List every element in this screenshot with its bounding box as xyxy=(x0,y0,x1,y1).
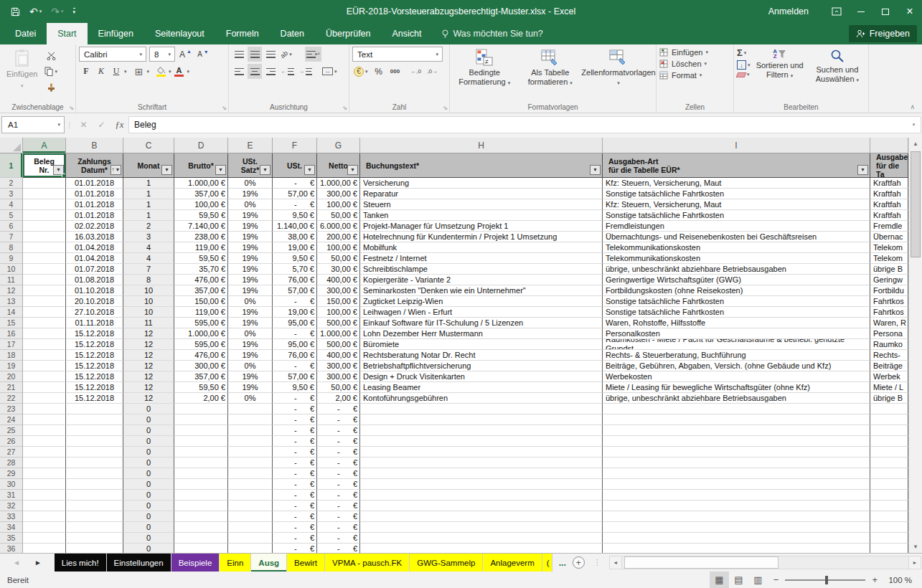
cell-I14[interactable]: Sonstige tatsächliche Fahrtkosten xyxy=(603,307,870,318)
sort-filter-dropdown-icon[interactable]: ▾ xyxy=(791,73,794,78)
cell-G26[interactable]: - € xyxy=(317,436,360,447)
cell-F10[interactable]: 5,70 € xyxy=(273,264,317,275)
cell-I12[interactable]: Fortbildungskosten (ohne Reisekosten) xyxy=(603,285,870,296)
cell-C30[interactable]: 0 xyxy=(123,479,174,490)
cell-D7[interactable]: 238,00 € xyxy=(174,232,228,242)
row-number-8[interactable]: 8 xyxy=(0,242,23,253)
cell-G12[interactable]: 300,00 € xyxy=(317,285,360,296)
format-painter-button[interactable] xyxy=(43,80,59,95)
cell-F34[interactable]: - € xyxy=(273,522,317,533)
cell-H26[interactable] xyxy=(360,436,603,447)
bottom-align-button[interactable] xyxy=(263,47,278,62)
cell-G35[interactable]: - € xyxy=(317,533,360,544)
cell-H24[interactable] xyxy=(360,414,603,425)
cell-G31[interactable]: - € xyxy=(317,490,360,501)
cell-I2[interactable]: Kfz: Steuern, Versicherung, Maut xyxy=(603,178,870,189)
header-cell-F1[interactable]: USt.▼ xyxy=(273,153,317,178)
cell-D32[interactable] xyxy=(174,501,228,511)
cell-F19[interactable]: - € xyxy=(273,361,317,371)
cell-B22[interactable]: 15.12.2018 xyxy=(66,393,123,404)
cell-F30[interactable]: - € xyxy=(273,479,317,490)
align-left-button[interactable] xyxy=(232,64,246,79)
header-cell-C1[interactable]: Monat▼ xyxy=(123,153,174,178)
autosum-button[interactable]: Σ▾ xyxy=(737,47,751,58)
zoom-out-icon[interactable]: − xyxy=(773,574,779,585)
cell-A24[interactable] xyxy=(23,414,66,425)
cell-E4[interactable]: 0% xyxy=(228,199,273,210)
cell-H5[interactable]: Tanken xyxy=(360,210,603,221)
cell-E24[interactable] xyxy=(228,414,273,425)
cell-B3[interactable]: 01.01.2018 xyxy=(66,189,123,199)
row-number-34[interactable]: 34 xyxy=(0,522,23,533)
row-number-14[interactable]: 14 xyxy=(0,307,23,318)
cell-G36[interactable]: - € xyxy=(317,544,360,553)
cell-I4[interactable]: Kfz: Steuern, Versicherung, Maut xyxy=(603,199,870,210)
cell-F2[interactable]: - € xyxy=(273,178,317,189)
sheet-tab-vpma-pausch-fk[interactable]: VPMA - pausch.FK xyxy=(325,554,410,572)
cell-C24[interactable]: 0 xyxy=(123,414,174,425)
find-select-button[interactable]: Suchen und Auswählen ▾ xyxy=(809,47,865,101)
cell-A16[interactable] xyxy=(23,328,66,339)
cell-C16[interactable]: 12 xyxy=(123,328,174,339)
cell-E10[interactable]: 19% xyxy=(228,264,273,275)
cell-B17[interactable]: 15.12.2018 xyxy=(66,339,123,350)
cell-I32[interactable] xyxy=(603,501,870,511)
tell-me-box[interactable]: Was möchten Sie tun? xyxy=(433,23,552,44)
row-number-9[interactable]: 9 xyxy=(0,253,23,264)
filter-button[interactable]: ▼ xyxy=(857,165,868,175)
header-cell-D1[interactable]: Brutto*▼ xyxy=(174,153,228,178)
cell-I26[interactable] xyxy=(603,436,870,447)
row-number-15[interactable]: 15 xyxy=(0,318,23,328)
bold-button[interactable]: F xyxy=(79,64,93,79)
cell-D20[interactable]: 357,00 € xyxy=(174,371,228,382)
cell-B27[interactable] xyxy=(66,447,123,457)
cell-C17[interactable]: 12 xyxy=(123,339,174,350)
cell-E11[interactable]: 19% xyxy=(228,275,273,285)
cell-D17[interactable]: 595,00 € xyxy=(174,339,228,350)
cell-F32[interactable]: - € xyxy=(273,501,317,511)
cell-B2[interactable]: 01.01.2018 xyxy=(66,178,123,189)
cell-I13[interactable]: Sonstige tatsächliche Fahrtkosten xyxy=(603,296,870,307)
cell-G24[interactable]: - € xyxy=(317,414,360,425)
cell-F8[interactable]: 19,00 € xyxy=(273,242,317,253)
cell-A11[interactable] xyxy=(23,275,66,285)
cell-C25[interactable]: 0 xyxy=(123,425,174,436)
row-number-10[interactable]: 10 xyxy=(0,264,23,275)
align-right-button[interactable] xyxy=(263,64,278,79)
cell-F16[interactable]: - € xyxy=(273,328,317,339)
scroll-right-icon[interactable]: ► xyxy=(908,556,921,569)
cell-J33[interactable] xyxy=(870,511,908,522)
percent-style-button[interactable]: % xyxy=(372,64,386,79)
cell-C34[interactable]: 0 xyxy=(123,522,174,533)
cell-A32[interactable] xyxy=(23,501,66,511)
normal-view-icon[interactable]: ▦ xyxy=(710,572,729,588)
zoom-level[interactable]: 100 % xyxy=(883,576,922,584)
row-number-31[interactable]: 31 xyxy=(0,490,23,501)
cell-E32[interactable] xyxy=(228,501,273,511)
cell-J8[interactable]: Telekom xyxy=(870,242,908,253)
cell-I23[interactable] xyxy=(603,404,870,414)
cell-A27[interactable] xyxy=(23,447,66,457)
ribbon-tab-überprüfen[interactable]: Überprüfen xyxy=(315,23,382,44)
cell-H27[interactable] xyxy=(360,447,603,457)
conditional-formatting-dropdown-icon[interactable]: ▾ xyxy=(508,80,511,85)
cell-I5[interactable]: Sonstige tatsächliche Fahrtkosten xyxy=(603,210,870,221)
cell-G18[interactable]: 400,00 € xyxy=(317,350,360,361)
scroll-up-icon[interactable]: ▲ xyxy=(909,138,922,150)
cell-C28[interactable]: 0 xyxy=(123,457,174,468)
cell-G27[interactable]: - € xyxy=(317,447,360,457)
row-number-27[interactable]: 27 xyxy=(0,447,23,457)
cell-B9[interactable]: 01.04.2018 xyxy=(66,253,123,264)
cell-C9[interactable]: 4 xyxy=(123,253,174,264)
cell-F17[interactable]: 95,00 € xyxy=(273,339,317,350)
column-header-I[interactable]: I xyxy=(603,138,870,153)
sheet-tab-einn[interactable]: Einn xyxy=(220,554,251,572)
sheet-overflow-indicator[interactable]: ... xyxy=(552,554,573,572)
cell-J32[interactable] xyxy=(870,501,908,511)
cell-F21[interactable]: 9,50 € xyxy=(273,382,317,393)
cell-D16[interactable]: 1.000,00 € xyxy=(174,328,228,339)
cell-H23[interactable] xyxy=(360,404,603,414)
merge-center-button[interactable]: ↔▾ xyxy=(321,64,339,79)
cell-G9[interactable]: 50,00 € xyxy=(317,253,360,264)
cell-D12[interactable]: 357,00 € xyxy=(174,285,228,296)
